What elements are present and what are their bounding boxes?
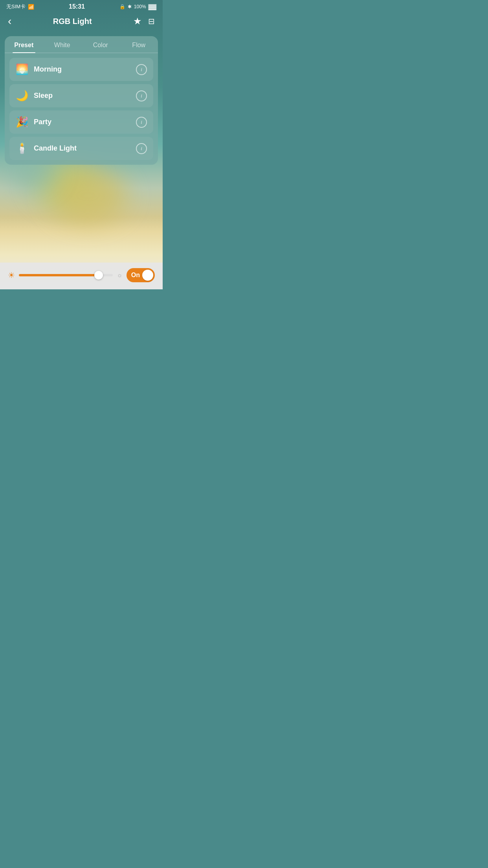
party-label: Party: [34, 118, 51, 126]
preset-candle[interactable]: 🕯️ Candle Light i: [9, 137, 153, 160]
back-button[interactable]: ‹: [8, 15, 11, 28]
power-toggle[interactable]: On: [127, 268, 155, 282]
morning-icon: 🌅: [16, 63, 28, 75]
status-left: 无SIM卡 📶: [6, 3, 34, 10]
wifi-icon: 📶: [28, 4, 34, 10]
morning-info-button[interactable]: i: [136, 64, 147, 75]
party-info-button[interactable]: i: [136, 117, 147, 128]
bottom-bar: ☀ ☼ On: [0, 263, 163, 289]
tab-color[interactable]: Color: [81, 36, 120, 53]
candle-label: Candle Light: [34, 144, 77, 153]
preset-list: 🌅 Morning i 🌙 Sleep i 🎉 Party i 🕯️ Candl…: [5, 56, 158, 162]
brightness-min-icon: ☀: [8, 270, 15, 280]
tab-preset[interactable]: Preset: [5, 36, 43, 53]
preset-sleep-left: 🌙 Sleep: [16, 90, 53, 102]
sleep-label: Sleep: [34, 92, 53, 100]
main-card: Preset White Color Flow 🌅 Morning i 🌙 Sl…: [5, 36, 158, 165]
page-title: RGB Light: [53, 17, 92, 26]
toggle-circle: [142, 270, 153, 281]
preset-candle-left: 🕯️ Candle Light: [16, 142, 77, 154]
page-header: ‹ RGB Light ★ ⊟: [0, 12, 163, 32]
slider-thumb[interactable]: [94, 271, 103, 280]
power-toggle-label: On: [131, 272, 140, 279]
preset-morning-left: 🌅 Morning: [16, 63, 62, 75]
bg-blob-2: [49, 168, 127, 223]
preset-party-left: 🎉 Party: [16, 116, 51, 128]
morning-label: Morning: [34, 65, 62, 74]
battery-label: 100%: [134, 4, 146, 9]
candle-icon: 🕯️: [16, 142, 28, 154]
battery-icon: ▓▓: [149, 4, 156, 10]
status-time: 15:31: [69, 3, 85, 10]
tab-bar: Preset White Color Flow: [5, 36, 158, 53]
tab-flow[interactable]: Flow: [120, 36, 158, 53]
preset-sleep[interactable]: 🌙 Sleep i: [9, 84, 153, 107]
brightness-max-icon: ☼: [117, 272, 123, 279]
settings-button[interactable]: ⊟: [148, 17, 155, 26]
carrier-label: 无SIM卡: [6, 3, 26, 10]
party-icon: 🎉: [16, 116, 28, 128]
favorite-button[interactable]: ★: [133, 16, 142, 27]
lock-icon: 🔒: [119, 4, 125, 9]
sleep-info-button[interactable]: i: [136, 90, 147, 101]
tab-white[interactable]: White: [43, 36, 82, 53]
status-right: 🔒 ✱ 100% ▓▓: [119, 4, 156, 10]
header-actions: ★ ⊟: [133, 16, 155, 27]
candle-info-button[interactable]: i: [136, 143, 147, 154]
status-bar: 无SIM卡 📶 15:31 🔒 ✱ 100% ▓▓: [0, 0, 163, 12]
preset-party[interactable]: 🎉 Party i: [9, 110, 153, 134]
brightness-slider[interactable]: [19, 274, 113, 276]
bluetooth-icon: ✱: [128, 4, 132, 9]
sleep-icon: 🌙: [16, 90, 28, 102]
preset-morning[interactable]: 🌅 Morning i: [9, 58, 153, 81]
